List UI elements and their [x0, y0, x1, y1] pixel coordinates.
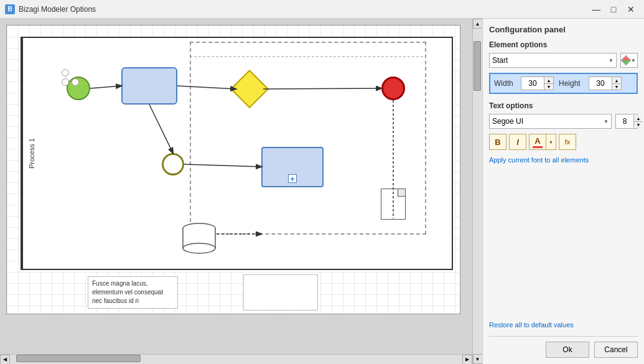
font-dropdown-arrow-icon: ▼: [604, 119, 609, 124]
task-box[interactable]: [121, 67, 177, 105]
swimlane: Process 1: [21, 37, 453, 270]
swimlane-content: +: [40, 38, 454, 269]
main-container: Process 1: [0, 19, 644, 364]
dropdown-arrow-icon: ▼: [609, 58, 614, 63]
h-scroll-thumb[interactable]: [16, 355, 141, 362]
italic-button[interactable]: I: [509, 134, 526, 150]
width-label: Width: [494, 79, 516, 88]
h-scroll-track[interactable]: [10, 355, 462, 365]
v-scroll-down-button[interactable]: ▼: [473, 354, 483, 364]
bold-button[interactable]: B: [489, 134, 506, 150]
canvas-area: Process 1: [0, 19, 482, 364]
horizontal-scrollbar[interactable]: ◀ ▶: [0, 354, 472, 364]
maximize-button[interactable]: □: [605, 3, 622, 16]
width-spin-buttons: ▲ ▼: [544, 77, 553, 90]
font-family-value: Segoe UI: [492, 117, 523, 126]
ok-button[interactable]: Ok: [546, 342, 589, 358]
subprocess-box[interactable]: +: [261, 147, 324, 187]
width-input-group[interactable]: ▲ ▼: [521, 77, 554, 90]
element-options-title: Element options: [489, 40, 638, 49]
canvas-main: Process 1: [0, 19, 472, 364]
diagram-canvas[interactable]: Process 1: [6, 25, 460, 314]
svg-line-6: [177, 86, 236, 89]
bottom-buttons: Ok Cancel: [489, 336, 638, 358]
width-input[interactable]: [521, 77, 544, 90]
size-row: Width ▲ ▼ Height ▲ ▼: [489, 73, 638, 94]
right-panel: Configuration panel Element options Star…: [482, 19, 644, 364]
height-spin-up-button[interactable]: ▲: [612, 77, 621, 83]
height-spin-buttons: ▲ ▼: [612, 77, 621, 90]
panel-title: Configuration panel: [489, 25, 638, 34]
v-scroll-up-button[interactable]: ▲: [473, 19, 483, 29]
start-decorator-1: [62, 69, 69, 77]
font-size-spin-buttons: ▲ ▼: [633, 115, 643, 128]
height-spin-down-button[interactable]: ▼: [612, 83, 621, 90]
font-color-underline: [533, 146, 543, 148]
canvas-wrapper: Process 1: [0, 19, 482, 364]
svg-line-9: [184, 164, 261, 167]
vertical-scrollbar[interactable]: ▲ ▼: [472, 19, 482, 364]
app-icon: B: [5, 4, 15, 14]
color-picker-button[interactable]: ▼: [620, 53, 638, 68]
fx-button[interactable]: fx: [559, 134, 576, 150]
height-input[interactable]: [589, 77, 612, 90]
apply-font-link[interactable]: Apply current font to all elements: [489, 156, 638, 164]
element-type-dropdown[interactable]: Start ▼: [489, 53, 617, 68]
text-options-title: Text options: [489, 101, 638, 110]
minimize-button[interactable]: —: [588, 3, 604, 16]
font-color-button[interactable]: A: [529, 134, 546, 150]
font-size-spin-up-button[interactable]: ▲: [634, 115, 643, 121]
font-size-spin-down-button[interactable]: ▼: [634, 121, 643, 128]
svg-line-7: [263, 88, 381, 89]
v-scroll-thumb[interactable]: [474, 41, 481, 91]
svg-point-4: [183, 243, 215, 253]
formatting-row: B I A ▼ fx: [489, 134, 638, 150]
color-button-group: A ▼: [529, 134, 556, 150]
color-picker-arrow-icon: ▼: [631, 58, 636, 63]
h-scroll-right-button[interactable]: ▶: [462, 355, 472, 365]
window-title: Bizagi Modeler Options: [19, 5, 96, 14]
v-scroll-track[interactable]: [473, 29, 482, 354]
close-button[interactable]: ✕: [623, 3, 639, 16]
data-store[interactable]: [180, 220, 218, 257]
gateway[interactable]: [230, 70, 269, 108]
end-event[interactable]: [381, 77, 405, 100]
font-row: Segoe UI ▼ ▲ ▼: [489, 114, 638, 129]
fx-label: fx: [565, 138, 571, 146]
text-options-section: Text options Segoe UI ▼ ▲ ▼ B I: [489, 101, 638, 169]
subprocess-marker: +: [288, 174, 297, 183]
start-decorator-2: [62, 78, 69, 86]
width-spin-up-button[interactable]: ▲: [544, 77, 553, 83]
empty-placeholder-box: [243, 274, 318, 310]
font-size-input[interactable]: [616, 115, 633, 128]
data-object[interactable]: [381, 189, 406, 220]
width-spin-down-button[interactable]: ▼: [544, 83, 553, 90]
font-size-input-group[interactable]: ▲ ▼: [615, 114, 638, 129]
color-diamond-icon: [621, 55, 632, 66]
spacer: [489, 169, 638, 321]
intermediate-event[interactable]: [162, 153, 184, 175]
start-decorator-3: [72, 78, 79, 86]
restore-defaults-link[interactable]: Restore all to default values: [489, 321, 638, 329]
data-object-fold: [398, 189, 405, 197]
height-label: Height: [559, 79, 584, 88]
cancel-button[interactable]: Cancel: [594, 342, 638, 358]
title-bar: B Bizagi Modeler Options — □ ✕: [0, 0, 644, 19]
h-scroll-left-button[interactable]: ◀: [0, 355, 10, 365]
text-annotation: Fusce magna lacus, elementum vel consequ…: [88, 276, 178, 309]
svg-line-5: [90, 86, 121, 88]
svg-line-8: [149, 105, 173, 153]
font-color-dropdown-button[interactable]: ▼: [546, 134, 556, 150]
window-controls: — □ ✕: [588, 3, 639, 16]
element-options-row: Start ▼ ▼: [489, 53, 638, 68]
canvas-inner[interactable]: Process 1: [0, 19, 472, 354]
swimlane-label: Process 1: [22, 38, 40, 269]
font-family-dropdown[interactable]: Segoe UI ▼: [489, 114, 612, 129]
element-type-value: Start: [492, 56, 508, 65]
height-input-group[interactable]: ▲ ▼: [589, 77, 622, 90]
title-bar-left: B Bizagi Modeler Options: [5, 4, 96, 14]
